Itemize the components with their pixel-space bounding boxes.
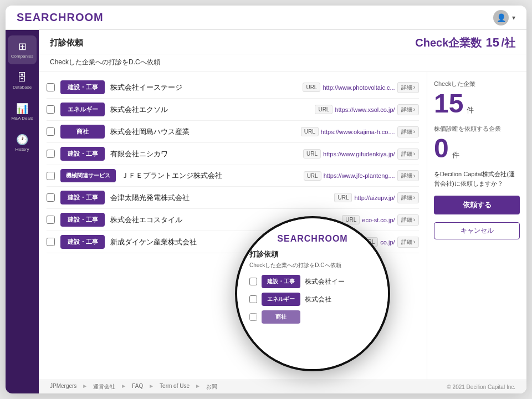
company-name-0: 株式会社イーステージ <box>110 83 297 93</box>
footer-link-faq[interactable]: FAQ <box>132 383 143 391</box>
url-link-0[interactable]: http://www.photovoltaic.c... <box>323 84 395 91</box>
right-panel: Checkした企業 15 件 株価診断を依頼する企業 0 件 <box>427 72 526 380</box>
row-checkbox-2[interactable] <box>47 127 55 136</box>
mag-badge-1: エネルギー <box>262 293 300 306</box>
footer-links: JPMergers ► 運営会社 ► FAQ ► Term of Use ► お… <box>50 383 217 391</box>
table-row: 建設・工事 株式会社エコスタイル URL eco-st.co.jp/ 詳細 › <box>47 209 419 231</box>
company-name-4: ＪＦＥプラントエンジ株式会社 <box>121 171 298 181</box>
url-section-1: URL https://www.xsol.co.jp/ 詳細 › <box>315 104 419 115</box>
mag-company-1: 株式会社 <box>305 295 331 304</box>
header-right: 👤 ▾ <box>493 10 515 25</box>
sidebar-item-database[interactable]: 🗄 Database <box>8 66 37 95</box>
page-subtitle: Checkした企業への打診をD.Cへ依頼 <box>39 54 526 72</box>
mag-checkbox-1[interactable] <box>249 295 257 303</box>
sidebar-label-database: Database <box>13 85 32 90</box>
request-count-number: 0 <box>434 135 449 162</box>
row-checkbox-6[interactable] <box>47 216 55 224</box>
history-icon: 🕐 <box>16 134 28 146</box>
magnifier-logo: SEARCHROOM <box>249 234 376 244</box>
check-count-unit: /社 <box>501 37 515 49</box>
url-link-1[interactable]: https://www.xsol.co.jp/ <box>335 106 395 113</box>
page-header: 打診依頼 Check企業数 15 /社 <box>39 30 526 54</box>
detail-btn-2[interactable]: 詳細 › <box>397 126 419 137</box>
row-checkbox-4[interactable] <box>47 172 55 180</box>
checked-count-unit: 件 <box>467 105 474 115</box>
sidebar-label-history: History <box>16 147 29 152</box>
url-section-4: URL https://www.jfe-planteng.... 詳細 › <box>304 170 419 181</box>
chart-icon: 📊 <box>16 103 28 115</box>
mag-checkbox-0[interactable] <box>249 278 257 285</box>
category-badge-1: エネルギー <box>60 103 105 116</box>
request-button[interactable]: 依頼する <box>434 196 520 214</box>
avatar-icon[interactable]: 👤 <box>493 10 509 25</box>
footer-arrow-2: ► <box>149 383 154 391</box>
database-icon: 🗄 <box>17 72 27 84</box>
detail-btn-6[interactable]: 詳細 › <box>397 214 419 226</box>
row-checkbox-5[interactable] <box>47 193 55 202</box>
footer-arrow-3: ► <box>195 383 201 391</box>
mag-badge-0: 建設・工事 <box>262 275 300 288</box>
sidebar: ⊞ Companies 🗄 Database 📊 M&A Deals 🕐 His… <box>6 30 39 393</box>
footer-link-terms[interactable]: Term of Use <box>160 383 190 391</box>
url-section-2: URL https://www.okajima-h.co.... 詳細 › <box>301 126 419 137</box>
cancel-button[interactable]: キャンセル <box>434 222 520 239</box>
magnifier-row-1: エネルギー 株式会社 <box>249 293 376 306</box>
detail-btn-3[interactable]: 詳細 › <box>397 149 419 160</box>
url-label-1: URL <box>315 105 332 114</box>
sidebar-item-history[interactable]: 🕐 History <box>8 129 37 157</box>
app-window: SEARCHROOM 👤 ▾ ⊞ Companies 🗄 Database 📊 … <box>6 6 526 393</box>
chevron-down-icon[interactable]: ▾ <box>512 14 515 22</box>
category-badge-4: 機械関連サービス <box>60 169 116 182</box>
sidebar-label-ma-deals: M&A Deals <box>11 116 33 121</box>
url-link-3[interactable]: https://www.gifudenkiya.jp/ <box>323 151 395 157</box>
detail-btn-1[interactable]: 詳細 › <box>397 104 419 115</box>
url-link-5[interactable]: http://aizupv.jp/ <box>354 195 395 201</box>
detail-btn-4[interactable]: 詳細 › <box>397 170 419 181</box>
footer-link-jpmergers[interactable]: JPMergers <box>50 383 76 391</box>
footer-link-contact[interactable]: お問 <box>206 383 217 391</box>
table-row: 建設・工事 株式会社イーステージ URL http://www.photovol… <box>47 76 419 99</box>
url-link-4[interactable]: https://www.jfe-planteng.... <box>324 172 395 179</box>
url-link-6[interactable]: eco-st.co.jp/ <box>362 217 395 223</box>
url-link-2[interactable]: https://www.okajima-h.co.... <box>321 129 395 135</box>
check-count-label: Check企業数 <box>415 37 482 49</box>
check-count-display: Check企業数 15 /社 <box>415 35 515 50</box>
row-checkbox-0[interactable] <box>47 83 55 91</box>
footer-arrow-0: ► <box>82 383 88 391</box>
row-checkbox-3[interactable] <box>47 150 55 158</box>
footer-link-company[interactable]: 運営会社 <box>93 383 115 391</box>
checked-title: Checkした企業 <box>434 80 520 88</box>
mag-checkbox-2[interactable] <box>249 313 257 321</box>
sidebar-item-ma-deals[interactable]: 📊 M&A Deals <box>8 98 37 126</box>
url-section-6: URL eco-st.co.jp/ 詳細 › <box>342 214 419 226</box>
url-section-3: URL https://www.gifudenkiya.jp/ 詳細 › <box>303 149 419 160</box>
category-badge-5: 建設・工事 <box>60 191 105 204</box>
category-badge-3: 建設・工事 <box>60 147 105 161</box>
magnifier-title: 打診依頼 <box>249 249 376 259</box>
table-row: 建設・工事 会津太陽光発電株式会社 URL http://aizupv.jp/ … <box>47 187 419 209</box>
magnifier-row-0: 建設・工事 株式会社イー <box>249 275 376 288</box>
magnifier-overlay: SEARCHROOM 打診依頼 Checkした企業への打診をD.Cへ依頼 建設・… <box>235 216 390 371</box>
detail-btn-5[interactable]: 詳細 › <box>397 192 419 203</box>
url-link-7[interactable]: co.jp/ <box>380 239 395 245</box>
detail-btn-7[interactable]: 詳細 › <box>397 237 419 248</box>
checked-count-number: 15 <box>434 90 463 117</box>
url-section-0: URL http://www.photovoltaic.c... 詳細 › <box>303 82 419 93</box>
checked-companies-section: Checkした企業 15 件 <box>434 80 520 117</box>
row-checkbox-7[interactable] <box>47 238 55 246</box>
table-row: 商社 株式会社岡島ハウス産業 URL https://www.okajima-h… <box>47 121 419 143</box>
category-badge-6: 建設・工事 <box>60 213 105 227</box>
company-name-1: 株式会社エクソル <box>110 105 309 115</box>
magnifier-sub: Checkした企業への打診をD.Cへ依頼 <box>249 262 376 269</box>
category-badge-2: 商社 <box>60 125 105 139</box>
table-row: 機械関連サービス ＪＦＥプラントエンジ株式会社 URL https://www.… <box>47 165 419 187</box>
table-row: 建設・工事 有限会社ニシカワ URL https://www.gifudenki… <box>47 143 419 165</box>
app-header: SEARCHROOM 👤 ▾ <box>6 6 526 30</box>
sidebar-item-companies[interactable]: ⊞ Companies <box>8 35 37 64</box>
detail-btn-0[interactable]: 詳細 › <box>397 82 419 93</box>
row-checkbox-1[interactable] <box>47 105 55 114</box>
footer: JPMergers ► 運営会社 ► FAQ ► Term of Use ► お… <box>39 380 526 393</box>
footer-arrow-1: ► <box>121 383 126 391</box>
request-companies-section: 株価診断を依頼する企業 0 件 <box>434 125 520 162</box>
url-section-5: URL http://aizupv.jp/ 詳細 › <box>334 192 419 203</box>
